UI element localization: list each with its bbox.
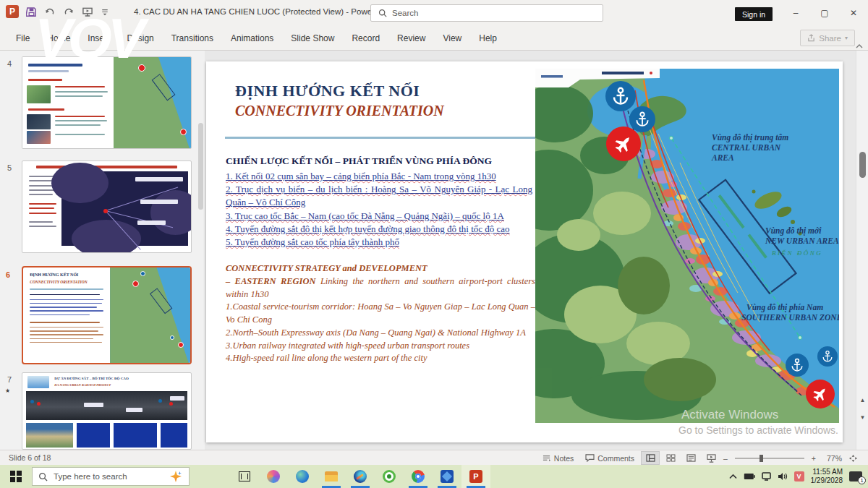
taskbar-clock[interactable]: 11:55 AM 1/29/2028 bbox=[811, 468, 843, 486]
maximize-button[interactable]: ▢ bbox=[810, 0, 839, 26]
speaker-icon[interactable] bbox=[778, 472, 788, 481]
tray-expand-chevron-icon[interactable] bbox=[729, 474, 737, 479]
taskbar-edge-button[interactable] bbox=[288, 465, 317, 488]
slide-title-english[interactable]: CONNECTIVITY ORIENTATION bbox=[235, 103, 444, 119]
thumbnail-number-4: 4 bbox=[3, 59, 16, 68]
taskbar-search-placeholder: Type here to search bbox=[54, 472, 127, 481]
taskbar-copilot-button[interactable] bbox=[259, 465, 288, 488]
status-bar: Slide 6 of 18 Notes Comments – bbox=[0, 450, 868, 465]
taskbar-search-box[interactable]: Type here to search bbox=[32, 467, 190, 486]
tab-file[interactable]: File bbox=[7, 26, 38, 51]
fit-to-window-icon bbox=[848, 454, 858, 463]
slide-thumbnail-5[interactable] bbox=[22, 160, 192, 253]
vietnamese-strategy-list[interactable]: 1. Kết nối 02 cụm sân bay – cảng biển ph… bbox=[226, 170, 532, 249]
task-view-button[interactable] bbox=[230, 465, 259, 488]
windows-taskbar: Type here to search P V 11:55 AM 1/29/20… bbox=[0, 465, 868, 488]
zoom-slider-thumb[interactable] bbox=[760, 455, 763, 462]
sign-in-button[interactable]: Sign in bbox=[735, 7, 773, 21]
tab-transitions[interactable]: Transitions bbox=[163, 26, 222, 51]
thumbnail-6-map bbox=[110, 267, 190, 363]
tab-view[interactable]: View bbox=[434, 26, 470, 51]
zoom-in-button[interactable]: + bbox=[810, 450, 817, 466]
scrollbar-thumb[interactable] bbox=[859, 152, 866, 178]
reading-view-button[interactable] bbox=[681, 451, 700, 465]
vn-list-item: 1. Kết nối 02 cụm sân bay – cảng biển ph… bbox=[226, 170, 532, 183]
taskbar-green-app-button[interactable] bbox=[375, 465, 404, 488]
normal-view-button[interactable] bbox=[641, 451, 660, 465]
photos-app-icon bbox=[354, 470, 367, 483]
english-intro-line: – EASTERN REGION Linking the northern an… bbox=[226, 275, 535, 301]
unikey-vietnamese-input-icon[interactable]: V bbox=[794, 471, 804, 481]
collapse-ribbon-icon[interactable] bbox=[856, 43, 863, 48]
slide-sorter-view-button[interactable] bbox=[661, 451, 680, 465]
clock-time: 11:55 AM bbox=[811, 468, 843, 477]
fit-slide-to-window-button[interactable] bbox=[843, 451, 862, 465]
slide-canvas[interactable]: ĐỊNH HƯỚNG KẾT NỐI CONNECTIVITY ORIENTAT… bbox=[206, 61, 843, 442]
share-dropdown-chevron-icon: ▾ bbox=[845, 35, 848, 41]
action-center-icon[interactable]: 1 bbox=[849, 471, 862, 481]
battery-icon[interactable] bbox=[744, 473, 755, 480]
tab-help[interactable]: Help bbox=[470, 26, 506, 51]
taskbar-blue-app-button[interactable] bbox=[433, 465, 461, 488]
zoom-slider[interactable] bbox=[735, 458, 804, 459]
activate-windows-watermark-line2: Go to Settings to activate Windows. bbox=[678, 424, 838, 436]
slideshow-icon bbox=[707, 454, 716, 463]
port-marker-icon bbox=[817, 346, 838, 367]
svg-text:AREA: AREA bbox=[711, 153, 734, 162]
vertical-scrollbar[interactable]: ▲ ▼ bbox=[856, 51, 868, 450]
comments-button[interactable]: Comments bbox=[580, 450, 639, 466]
thumbnail-6-title-en: CONNECTIVITY ORIENTATION bbox=[30, 280, 87, 284]
port-marker-icon bbox=[629, 106, 655, 132]
thumbnail-number-7: 7 bbox=[3, 375, 16, 384]
port-marker-icon bbox=[605, 81, 636, 111]
tab-record[interactable]: Record bbox=[343, 26, 388, 51]
tray-display-icon[interactable] bbox=[762, 472, 771, 481]
svg-text:Vùng đô thị trung tâm: Vùng đô thị trung tâm bbox=[712, 133, 788, 142]
reading-view-icon bbox=[686, 454, 696, 462]
zoom-level-value[interactable]: 77% bbox=[819, 454, 842, 463]
en-list-item: 2.North–South Expressway axis (Da Nang –… bbox=[226, 327, 535, 340]
zoom-out-button[interactable]: – bbox=[722, 450, 729, 466]
notes-button[interactable]: Notes bbox=[537, 450, 579, 466]
slideshow-view-button[interactable] bbox=[702, 451, 720, 465]
search-icon bbox=[38, 472, 48, 481]
start-button[interactable] bbox=[0, 465, 32, 488]
en-list-item: 4.High-speed rail line along the western… bbox=[226, 352, 535, 365]
file-explorer-icon bbox=[325, 471, 338, 481]
desktop-screen: P 4. CAC DU AN HA TANG CHIEN LUOC (Prote… bbox=[0, 0, 868, 488]
thumbnail-number-5: 5 bbox=[3, 163, 16, 172]
powerpoint-icon: P bbox=[469, 470, 482, 483]
share-button[interactable]: Share ▾ bbox=[800, 30, 855, 46]
english-section-header: CONNECTIVITY STRATEGY and DEVELOPMENT bbox=[226, 262, 535, 275]
thumbnail-6-title-vi: ĐỊNH HƯỚNG KẾT NỐI bbox=[30, 273, 78, 277]
svg-text:Vùng đô thị mới: Vùng đô thị mới bbox=[765, 226, 822, 236]
slide-title-vietnamese[interactable]: ĐỊNH HƯỚNG KẾT NỐI bbox=[235, 82, 420, 100]
slide-thumbnail-7[interactable]: DỰ ÁN ĐƯỜNG SẮT – BỐ TRÍ TỐC ĐỘ CAO DA N… bbox=[22, 372, 192, 450]
previous-slide-button[interactable]: ▲ bbox=[859, 396, 867, 404]
tab-slideshow[interactable]: Slide Show bbox=[282, 26, 343, 51]
english-strategy-block[interactable]: CONNECTIVITY STRATEGY and DEVELOPMENT – … bbox=[226, 262, 535, 365]
normal-view-icon bbox=[646, 454, 655, 462]
taskbar-file-explorer-button[interactable] bbox=[317, 465, 346, 488]
clock-date: 1/29/2028 bbox=[811, 476, 843, 486]
tab-animations[interactable]: Animations bbox=[222, 26, 282, 51]
vov-logo-watermark: VOV bbox=[35, 6, 141, 72]
svg-text:NEW URBAN AREA: NEW URBAN AREA bbox=[765, 236, 839, 245]
close-button[interactable]: ✕ bbox=[839, 0, 868, 26]
tab-review[interactable]: Review bbox=[388, 26, 434, 51]
taskbar-photos-button[interactable] bbox=[346, 465, 375, 488]
copilot-icon bbox=[267, 470, 280, 483]
thumbnail-7-title-vi: DỰ ÁN ĐƯỜNG SẮT – BỐ TRÍ TỐC ĐỘ CAO bbox=[54, 377, 129, 380]
thumbnail-panel-scrollbar[interactable] bbox=[198, 123, 203, 210]
slide-thumbnail-panel: 4 bbox=[0, 51, 205, 450]
next-slide-button[interactable]: ▼ bbox=[859, 414, 867, 421]
thumbnail-number-6-selected: 6 bbox=[1, 270, 14, 279]
danang-planning-map[interactable]: BIỂN ĐÔNG Vùng đô thị trung tâm CENTRAL … bbox=[535, 69, 839, 423]
slide-thumbnail-6-selected[interactable]: ĐỊNH HƯỚNG KẾT NỐI CONNECTIVITY ORIENTAT… bbox=[22, 266, 192, 364]
edge-icon bbox=[296, 470, 309, 483]
taskbar-powerpoint-button[interactable]: P bbox=[461, 465, 490, 488]
taskbar-chrome-button[interactable] bbox=[404, 465, 433, 488]
titlebar-search-box[interactable]: Search bbox=[370, 4, 603, 22]
vietnamese-section-header[interactable]: CHIẾN LƯỢC KẾT NỐI – PHÁT TRIỂN VÙNG PHÍ… bbox=[226, 155, 532, 167]
minimize-button[interactable]: – bbox=[781, 0, 810, 26]
